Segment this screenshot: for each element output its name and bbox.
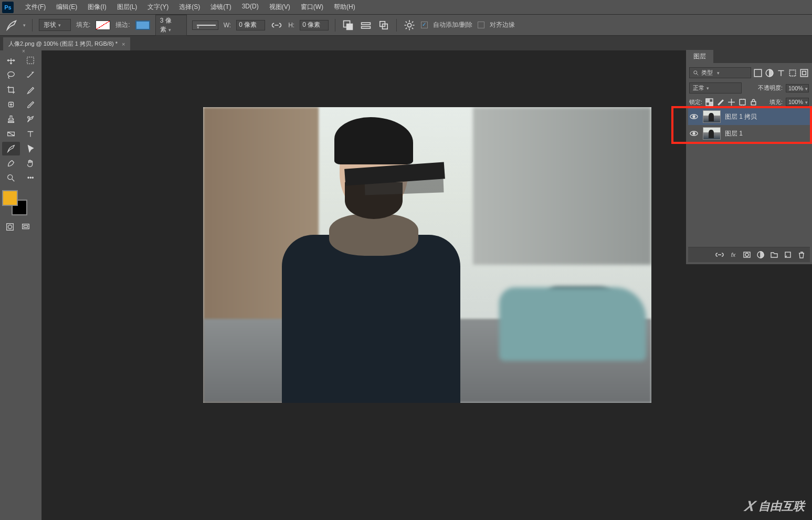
quick-mask-icon[interactable] [4, 222, 16, 232]
arrange-icon[interactable] [377, 20, 390, 30]
screen-mode-icon[interactable] [20, 222, 31, 232]
crop-tool[interactable] [2, 83, 20, 97]
layer-fx-icon[interactable]: fx [729, 251, 737, 259]
gradient-tool[interactable] [2, 127, 20, 141]
svg-rect-25 [710, 102, 713, 105]
svg-rect-13 [7, 224, 14, 231]
separator [32, 19, 33, 32]
menu-item[interactable]: 窗口(W) [296, 3, 329, 12]
shape-tool[interactable] [2, 157, 20, 170]
layers-panel: 图层 类型 正常 不透明度: 100% 锁定: [686, 50, 812, 264]
close-tab-icon[interactable]: × [122, 41, 125, 47]
layer-name[interactable]: 图层 1 拷贝 [725, 112, 757, 121]
height-input[interactable] [300, 20, 329, 30]
edit-toolbar[interactable]: ••• [22, 171, 40, 185]
stroke-style-select[interactable] [192, 20, 218, 30]
menu-item[interactable]: 3D(D) [237, 3, 264, 12]
document-canvas[interactable] [203, 107, 651, 403]
filter-type-icon[interactable] [776, 69, 786, 77]
menu-item[interactable]: 图像(I) [82, 3, 111, 12]
fill-opacity-input[interactable]: 100% [786, 98, 809, 106]
menu-item[interactable]: 帮助(H) [329, 3, 361, 12]
eyedropper-tool[interactable] [22, 83, 40, 97]
color-swatches[interactable] [2, 190, 28, 216]
stroke-swatch[interactable] [135, 20, 150, 30]
layer-group-icon[interactable] [770, 251, 778, 259]
menu-item[interactable]: 文件(F) [20, 3, 51, 12]
align-icon[interactable] [360, 20, 372, 30]
svg-point-29 [693, 116, 695, 118]
svg-point-14 [8, 225, 12, 228]
layer-name[interactable]: 图层 1 [725, 129, 743, 138]
menu-item[interactable]: 视图(V) [264, 3, 296, 12]
lock-all-icon[interactable] [750, 98, 757, 106]
lock-pixels-icon[interactable] [716, 98, 724, 106]
secondary-tab[interactable]: × [5, 50, 15, 58]
stamp-tool[interactable] [2, 112, 20, 126]
visibility-toggle-icon[interactable] [689, 112, 699, 121]
healing-brush-tool[interactable] [2, 98, 20, 111]
history-brush-tool[interactable] [22, 112, 40, 126]
shape-mode-select[interactable]: 形状 [39, 19, 71, 31]
filter-shape-icon[interactable] [788, 69, 797, 77]
menu-item[interactable]: 图层(L) [112, 3, 143, 12]
svg-rect-26 [740, 99, 745, 105]
menubar: Ps 文件(F)编辑(E)图像(I)图层(L)文字(Y)选择(S)滤镜(T)3D… [0, 0, 812, 15]
svg-rect-1 [347, 24, 353, 29]
path-select-tool[interactable] [22, 142, 40, 155]
delete-layer-icon[interactable] [797, 251, 806, 259]
stroke-width-input[interactable]: 3 像素 [155, 15, 187, 36]
filter-adjust-icon[interactable] [765, 69, 774, 77]
adjustment-layer-icon[interactable] [756, 251, 765, 259]
layer-thumbnail[interactable] [703, 127, 721, 140]
height-label: H: [288, 22, 294, 29]
menu-item[interactable]: 文字(Y) [142, 3, 174, 12]
path-ops-icon[interactable] [342, 20, 354, 30]
align-edges-checkbox[interactable] [478, 22, 484, 28]
zoom-tool[interactable] [2, 171, 20, 185]
link-wh-icon[interactable] [270, 20, 283, 30]
link-layers-icon[interactable] [715, 251, 724, 259]
pen-tool-icon[interactable] [5, 20, 18, 30]
menu-item[interactable]: 选择(S) [174, 3, 205, 12]
svg-point-31 [693, 132, 695, 134]
document-title: 人像2.png @ 100% (图层 1 拷贝, RGB/8) * [8, 40, 118, 48]
blend-mode-select[interactable]: 正常 [689, 82, 742, 93]
filter-pixel-icon[interactable] [753, 69, 763, 77]
auto-add-delete-checkbox[interactable] [421, 22, 428, 28]
new-layer-icon[interactable] [784, 251, 792, 259]
opacity-input[interactable]: 100% [786, 84, 809, 92]
svg-rect-3 [362, 26, 371, 28]
svg-point-10 [28, 117, 30, 119]
visibility-toggle-icon[interactable] [689, 129, 699, 138]
type-tool[interactable] [22, 127, 40, 141]
foreground-color[interactable] [2, 190, 18, 206]
layer-row[interactable]: 图层 1 [688, 125, 810, 142]
pen-tool[interactable] [2, 142, 20, 155]
width-input[interactable] [236, 20, 265, 30]
svg-rect-20 [789, 70, 795, 76]
layer-mask-icon[interactable] [743, 251, 751, 259]
document-tabbar: 人像2.png @ 100% (图层 1 拷贝, RGB/8) * × [0, 36, 812, 50]
brush-tool[interactable] [22, 98, 40, 111]
svg-point-12 [7, 175, 12, 180]
layer-row[interactable]: 图层 1 拷贝 [688, 108, 810, 125]
lock-position-icon[interactable] [727, 98, 735, 106]
layers-panel-tab[interactable]: 图层 [686, 50, 713, 63]
hand-tool[interactable] [22, 157, 40, 170]
layers-panel-footer: fx [688, 247, 810, 262]
lasso-tool[interactable] [2, 68, 20, 82]
lock-transparency-icon[interactable] [705, 98, 713, 106]
menu-item[interactable]: 编辑(E) [51, 3, 82, 12]
layer-thumbnail[interactable] [703, 110, 721, 123]
svg-point-17 [694, 70, 697, 74]
menu-item[interactable]: 滤镜(T) [205, 3, 236, 12]
svg-point-6 [408, 23, 412, 27]
filter-smart-icon[interactable] [799, 69, 809, 77]
layer-filter-select[interactable]: 类型 [689, 67, 751, 78]
lock-artboard-icon[interactable] [739, 98, 746, 106]
magic-wand-tool[interactable] [22, 68, 40, 82]
marquee-tool[interactable] [22, 54, 40, 67]
gear-icon[interactable] [403, 20, 416, 30]
fill-swatch[interactable] [96, 20, 110, 30]
